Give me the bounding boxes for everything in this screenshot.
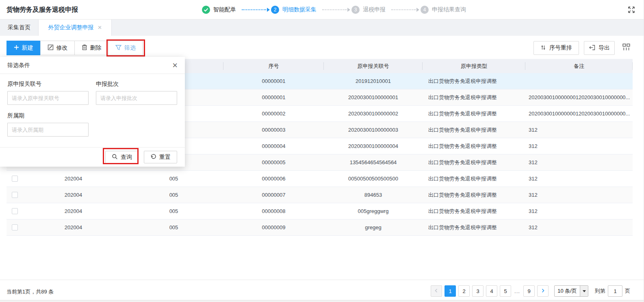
declare-batch-input[interactable] bbox=[96, 91, 177, 105]
step-tax-declaration: 3 退税申报 bbox=[351, 6, 386, 14]
page-title: 货物劳务及服务退税申报 bbox=[7, 0, 78, 20]
cell-rel-no: gregeg bbox=[324, 224, 423, 230]
close-icon[interactable]: × bbox=[172, 61, 178, 70]
cell-remark: 312 bbox=[525, 208, 633, 214]
cell-type: 出口货物劳务免退税申报调整 bbox=[423, 94, 525, 101]
table-row[interactable]: 20200400500000008005greggwrg出口货物劳务免退税申报调… bbox=[7, 203, 633, 219]
fullscreen-icon[interactable] bbox=[627, 6, 635, 14]
filter-panel-title: 筛选条件 bbox=[7, 62, 30, 69]
field-period: 所属期 bbox=[7, 112, 89, 137]
goto-page-input[interactable] bbox=[608, 285, 622, 297]
cell-remark: 312 bbox=[525, 192, 633, 198]
cell-rel-no: 20200300100000004 bbox=[324, 143, 423, 149]
close-icon[interactable]: × bbox=[98, 25, 102, 30]
cell-remark: 312 bbox=[525, 159, 633, 165]
cell-remark: 312 bbox=[525, 224, 633, 230]
original-rel-no-input[interactable] bbox=[7, 91, 89, 105]
query-button[interactable]: 查询 bbox=[105, 151, 139, 163]
step-indicator: 智能配单 2 明细数据采集 3 退税申报 4 申报结果查询 bbox=[202, 0, 466, 20]
column-header-type: 原申报类型 bbox=[423, 59, 525, 73]
cell-type: 出口货物劳务免退税申报调整 bbox=[423, 143, 525, 150]
cell-rel-no: 20200300100000003 bbox=[324, 127, 423, 133]
cell-type: 出口货物劳务免退税申报调整 bbox=[423, 191, 525, 199]
cell-type: 出口货物劳务免退税申报调整 bbox=[423, 208, 525, 215]
page-size-select[interactable]: 10 条/页 bbox=[554, 285, 588, 297]
edit-icon bbox=[48, 44, 54, 52]
pagination: 12345...9 10 条/页 到第 页 bbox=[431, 285, 630, 297]
row-checkbox[interactable] bbox=[12, 208, 18, 214]
toolbar: 新建 修改 删除 筛选 bbox=[0, 36, 644, 59]
cell-seq: 00000006 bbox=[223, 176, 324, 182]
field-declare-batch: 申报批次 bbox=[96, 80, 177, 105]
app-window: 货物劳务及服务退税申报 智能配单 2 明细数据采集 3 退税申报 4 申报结果查 bbox=[0, 0, 644, 302]
cell-rel-no: 201912010001 bbox=[324, 78, 423, 84]
window-bottom-edge bbox=[0, 300, 644, 302]
period-input[interactable] bbox=[7, 123, 89, 137]
cell-checkbox bbox=[7, 224, 23, 230]
reorder-button[interactable]: 序号重排 bbox=[533, 41, 579, 55]
table-row[interactable]: 20200400500000007894653出口货物劳务免退税申报调整312 bbox=[7, 187, 633, 203]
plus-icon bbox=[14, 45, 19, 51]
pager-prev-button[interactable] bbox=[431, 285, 442, 297]
cell-seq: 00000005 bbox=[223, 159, 324, 165]
page-header: 货物劳务及服务退税申报 智能配单 2 明细数据采集 3 退税申报 4 申报结果查 bbox=[0, 0, 644, 20]
cell-type: 出口货物劳务免退税申报调整 bbox=[423, 159, 525, 166]
cell-batch: 005 bbox=[124, 176, 223, 182]
filter-panel: 筛选条件 × 原申报关联号 申报批次 所属期 bbox=[0, 57, 185, 167]
table-row[interactable]: 20200400500000009gregeg出口货物劳务免退税申报调整312 bbox=[7, 219, 633, 236]
export-button[interactable]: 导出 bbox=[584, 41, 615, 55]
pager-ellipsis: ... bbox=[514, 288, 521, 294]
delete-button[interactable]: 删除 bbox=[74, 41, 108, 55]
step-label: 明细数据采集 bbox=[282, 6, 317, 13]
cell-seq: 00000009 bbox=[223, 224, 324, 230]
tab-collection-home[interactable]: 采集首页 bbox=[0, 20, 39, 36]
table-row[interactable]: 2020040050000000600500500500500500出口货物劳务… bbox=[7, 171, 633, 187]
filter-panel-header: 筛选条件 × bbox=[0, 57, 185, 74]
tab-foreign-trade-adjust[interactable]: 外贸企业调整申报 × bbox=[39, 20, 112, 36]
filter-funnel-icon bbox=[115, 45, 121, 52]
chevron-right-icon bbox=[540, 288, 545, 294]
goto-page-suffix: 页 bbox=[625, 287, 630, 295]
dropdown-arrow-icon bbox=[580, 286, 588, 296]
edit-button[interactable]: 修改 bbox=[41, 41, 74, 55]
cell-seq: 00000001 bbox=[223, 78, 324, 84]
column-header-remark: 备注 bbox=[525, 59, 633, 73]
filter-panel-footer: 查询 重置 bbox=[0, 147, 185, 167]
row-checkbox[interactable] bbox=[12, 176, 18, 182]
filter-button[interactable]: 筛选 bbox=[108, 41, 143, 55]
cell-batch: 005 bbox=[124, 192, 223, 198]
cell-seq: 00000008 bbox=[223, 208, 324, 214]
pager-page-5[interactable]: 5 bbox=[500, 285, 511, 297]
pager-page-3[interactable]: 3 bbox=[472, 285, 484, 297]
tab-label: 采集首页 bbox=[8, 24, 30, 31]
pager-page-4[interactable]: 4 bbox=[486, 285, 497, 297]
cell-rel-no: 20200300100000001 bbox=[324, 94, 423, 100]
pager-page-2[interactable]: 2 bbox=[458, 285, 470, 297]
step-number-badge: 2 bbox=[271, 6, 279, 14]
new-button[interactable]: 新建 bbox=[7, 41, 40, 55]
cell-rel-no: 005greggwrg bbox=[324, 208, 423, 214]
field-label: 原申报关联号 bbox=[7, 80, 89, 89]
page-size-value: 10 条/页 bbox=[555, 287, 580, 295]
cell-period: 202004 bbox=[23, 176, 124, 182]
footer-bar: 当前第1页，共89 条 12345...9 10 条/页 到第 页 bbox=[0, 280, 644, 302]
check-icon bbox=[202, 6, 210, 14]
row-checkbox[interactable] bbox=[12, 224, 18, 230]
step-label: 退税申报 bbox=[363, 6, 386, 13]
reset-icon bbox=[150, 154, 156, 161]
reorder-button-label: 序号重排 bbox=[549, 44, 572, 52]
pager-next-button[interactable] bbox=[537, 285, 549, 297]
tab-bar: 采集首页 外贸企业调整申报 × bbox=[0, 20, 644, 36]
step-connector-arrow bbox=[242, 9, 266, 10]
pager-page-1[interactable]: 1 bbox=[445, 285, 456, 297]
cell-batch: 005 bbox=[124, 224, 223, 230]
edit-button-label: 修改 bbox=[56, 44, 68, 52]
query-button-label: 查询 bbox=[121, 154, 132, 161]
row-checkbox[interactable] bbox=[12, 192, 18, 198]
cell-rel-no: 00500500500500500 bbox=[324, 176, 423, 182]
cell-seq: 00000004 bbox=[223, 143, 324, 149]
cell-type: 出口货物劳务免退税申报调整 bbox=[423, 175, 525, 183]
reset-button[interactable]: 重置 bbox=[144, 151, 177, 163]
columns-settings-icon[interactable] bbox=[622, 43, 631, 52]
pager-page-9[interactable]: 9 bbox=[523, 285, 535, 297]
